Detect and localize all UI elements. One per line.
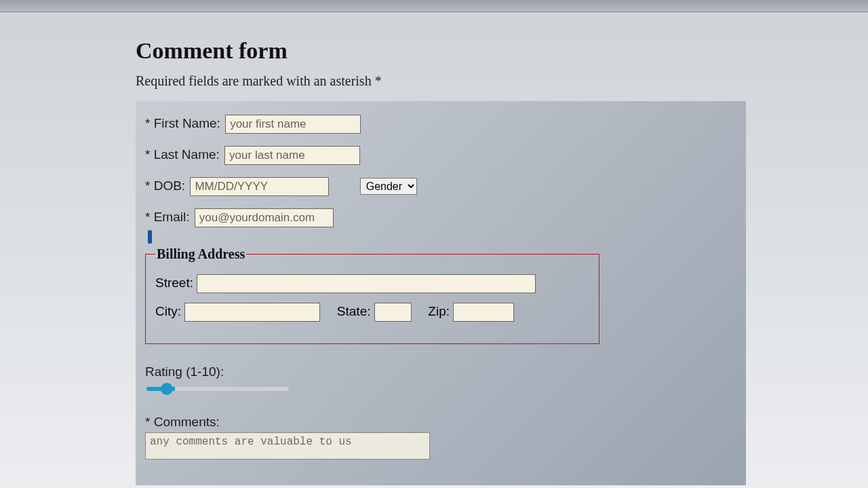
billing-fieldset: Billing Address Street: City: State: Zip… [145, 246, 599, 344]
app-toolbar-strip [0, 0, 868, 12]
rating-slider[interactable] [146, 387, 289, 391]
last-name-row: * Last Name: [145, 146, 736, 165]
comments-textarea[interactable] [145, 432, 430, 459]
street-input[interactable] [197, 274, 536, 293]
first-name-row: * First Name: [145, 115, 736, 134]
first-name-input[interactable] [225, 115, 361, 134]
zip-label: Zip: [428, 304, 450, 318]
comments-row: * Comments: [145, 415, 736, 459]
comments-label: * Comments: [145, 415, 736, 430]
state-label: State: [337, 304, 371, 318]
page-title: Comment form [136, 38, 868, 64]
city-input[interactable] [184, 303, 320, 322]
rating-label: Rating (1-10): [145, 364, 736, 379]
city-label: City: [155, 304, 181, 318]
street-label: Street: [155, 276, 193, 290]
dob-input[interactable] [190, 177, 329, 196]
rating-row: Rating (1-10): [145, 364, 736, 394]
dob-row: * DOB: Gender [145, 177, 736, 196]
email-input[interactable] [195, 208, 334, 227]
zip-input[interactable] [453, 303, 514, 322]
street-row: Street: [155, 274, 589, 293]
state-input[interactable] [374, 303, 412, 322]
gender-select[interactable]: Gender [360, 178, 417, 195]
billing-legend: Billing Address [155, 246, 246, 262]
first-name-label: * First Name: [145, 116, 220, 130]
last-name-input[interactable] [224, 146, 360, 165]
text-cursor-icon [148, 230, 152, 244]
city-state-zip-row: City: State: Zip: [155, 303, 589, 322]
page-container: Comment form Required fields are marked … [0, 12, 868, 485]
email-label: * Email: [145, 210, 189, 224]
dob-label: * DOB: [145, 179, 185, 193]
email-row: * Email: [145, 208, 736, 227]
last-name-label: * Last Name: [145, 147, 220, 162]
required-note: Required fields are marked with an aster… [136, 73, 868, 89]
form-panel: * First Name: * Last Name: * DOB: Gender… [136, 101, 746, 485]
